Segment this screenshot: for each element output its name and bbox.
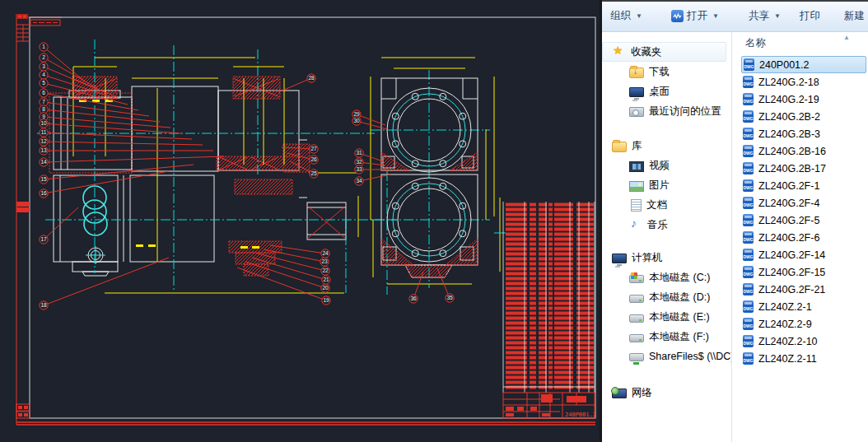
sidebar-group-label: 计算机 xyxy=(632,251,663,265)
file-explorer-window: 组织 ▼ 打开 ▼ 共享 ▼ 打印 新建 收藏夹下载桌面最近访问的位置库视频图片… xyxy=(600,0,868,442)
sidebar-item-label: 音乐 xyxy=(647,218,668,232)
sidebar-item[interactable]: 图片 xyxy=(602,175,731,195)
file-name: ZL240G.2B-3 xyxy=(758,128,820,140)
dwg-file-icon xyxy=(743,214,754,226)
screen: { "explorer": { "toolbar": { "organize":… xyxy=(0,0,868,442)
svg-text:24: 24 xyxy=(322,250,329,256)
music-icon xyxy=(629,218,642,231)
sidebar-item[interactable]: 桌面 xyxy=(602,81,731,101)
share-button[interactable]: 共享 ▼ xyxy=(749,9,781,23)
sidebar-item-label: 视频 xyxy=(649,159,670,173)
svg-text:8: 8 xyxy=(42,106,45,112)
sidebar-item[interactable]: 下载 xyxy=(602,62,731,81)
sidebar-item[interactable]: 本地磁盘 (E:) xyxy=(602,307,731,327)
file-row[interactable]: ZL240Z.2-9 xyxy=(732,315,868,333)
file-name: ZL240G.2F-1 xyxy=(758,180,819,192)
parts-table: 240P001.2 xyxy=(503,202,596,418)
sidebar-item[interactable]: 最近访问的位置 xyxy=(602,101,731,121)
sidebar-item-label: 本地磁盘 (C:) xyxy=(649,271,710,285)
file-name: ZL240G.2F-15 xyxy=(758,267,825,278)
open-button[interactable]: 打开 ▼ xyxy=(671,9,719,23)
dwg-file-icon xyxy=(743,231,754,244)
file-row[interactable]: ZL240Z.2-1 xyxy=(732,298,868,315)
print-label: 打印 xyxy=(800,9,820,23)
file-name: ZL240G.2B-16 xyxy=(758,146,826,157)
dwg-file-icon xyxy=(743,145,754,157)
file-name: ZL240G.2F-14 xyxy=(758,249,825,261)
sidebar-item[interactable]: ShareFiles$ (\\DC) xyxy=(602,347,731,366)
svg-text:10: 10 xyxy=(40,120,47,126)
dwg-file-icon xyxy=(743,179,754,192)
sidebar-item[interactable]: 音乐 xyxy=(602,215,731,235)
sidebar-item-label: 桌面 xyxy=(649,85,670,99)
svg-text:22: 22 xyxy=(322,268,329,273)
drive-icon xyxy=(629,295,644,303)
file-row[interactable]: ZL240G.2B-3 xyxy=(732,125,868,142)
sidebar-item-label: 本地磁盘 (D:) xyxy=(649,291,710,305)
file-row[interactable]: ZL240G.2F-1 xyxy=(732,177,868,194)
svg-text:20: 20 xyxy=(322,285,329,291)
sidebar-item-label: 本地磁盘 (E:) xyxy=(649,310,710,324)
file-row[interactable]: ZL240Z.2-11 xyxy=(732,350,868,367)
dwg-file-icon xyxy=(743,128,754,140)
dwg-file-icon xyxy=(743,197,754,209)
sort-ascending-icon[interactable]: ▲ xyxy=(843,34,850,41)
dwg-file-icon xyxy=(744,58,754,71)
name-column-label: 名称 xyxy=(732,36,766,50)
file-row[interactable]: ZL240G.2F-5 xyxy=(732,212,868,229)
sidebar-item[interactable]: 视频 xyxy=(602,156,731,175)
sidebar-group-2[interactable]: 计算机 xyxy=(602,248,731,268)
sidebar-item-label: 图片 xyxy=(649,179,670,193)
print-button[interactable]: 打印 xyxy=(800,9,820,23)
chevron-down-icon: ▼ xyxy=(712,12,719,20)
sidebar-item[interactable]: 本地磁盘 (D:) xyxy=(602,287,731,307)
file-row[interactable]: ZL240G.2-18 xyxy=(732,73,868,91)
file-row[interactable]: 240P001.2 xyxy=(741,56,866,73)
file-row[interactable]: ZL240G.2B-2 xyxy=(732,108,868,125)
file-name: ZL240G.2-18 xyxy=(758,77,819,88)
sidebar-item[interactable]: 文档 xyxy=(602,195,731,215)
svg-text:25: 25 xyxy=(310,170,317,176)
computer-icon xyxy=(612,254,627,263)
file-row[interactable]: ZL240G.2B-16 xyxy=(732,142,868,160)
sidebar-item[interactable]: 本地磁盘 (C:) xyxy=(602,268,731,287)
sidebar-group-1[interactable]: 库 xyxy=(602,136,731,156)
svg-text:2: 2 xyxy=(42,54,45,60)
sidebar-group-3[interactable]: 网络 xyxy=(602,383,731,402)
file-name: ZL240Z.2-10 xyxy=(758,336,818,347)
sidebar-item-label: 本地磁盘 (F:) xyxy=(649,330,709,344)
svg-text:17: 17 xyxy=(40,236,47,242)
dwg-file-icon xyxy=(743,335,754,347)
dwg-file-icon xyxy=(743,266,754,278)
drawing-number-text: 240P001.2 xyxy=(565,412,596,418)
file-row[interactable]: ZL240G.2F-14 xyxy=(732,246,868,263)
svg-text:21: 21 xyxy=(323,277,329,282)
file-list-pane: 名称 ▲ 240P001.2ZL240G.2-18ZL240G.2-19ZL24… xyxy=(731,32,868,442)
name-column-header[interactable]: 名称 ▲ xyxy=(732,32,868,54)
file-row[interactable]: ZL240G.2F-6 xyxy=(732,229,868,246)
cad-viewport[interactable]: 240P001.2 123456789101112131415161718192… xyxy=(0,0,600,442)
file-row[interactable]: ZL240G.2F-21 xyxy=(732,281,868,298)
documents-icon xyxy=(631,199,642,212)
share-label: 共享 xyxy=(749,9,769,23)
file-row[interactable]: ZL240G.2B-17 xyxy=(732,160,868,177)
dwg-file-icon xyxy=(743,162,754,174)
file-name: ZL240G.2-19 xyxy=(758,94,819,105)
explorer-toolbar: 组织 ▼ 打开 ▼ 共享 ▼ 打印 新建 xyxy=(602,0,868,32)
sidebar-item[interactable]: 本地磁盘 (F:) xyxy=(602,327,731,347)
file-row[interactable]: ZL240G.2F-4 xyxy=(732,194,868,212)
file-row[interactable]: ZL240G.2-19 xyxy=(732,91,868,108)
svg-text:29: 29 xyxy=(353,111,360,117)
file-row[interactable]: ZL240G.2F-15 xyxy=(732,263,868,281)
organize-button[interactable]: 组织 ▼ xyxy=(610,9,642,23)
sidebar-group-0[interactable]: 收藏夹 xyxy=(602,42,726,62)
sidebar-item-label: 文档 xyxy=(646,198,667,212)
open-label: 打开 xyxy=(687,9,707,23)
sidebar-group-label: 网络 xyxy=(632,386,652,400)
svg-text:7: 7 xyxy=(42,99,45,105)
file-row[interactable]: ZL240Z.2-10 xyxy=(732,333,868,350)
svg-text:5: 5 xyxy=(42,80,45,86)
new-button[interactable]: 新建 xyxy=(844,9,865,23)
svg-text:15: 15 xyxy=(40,176,47,182)
file-name: ZL240G.2F-4 xyxy=(758,198,819,209)
